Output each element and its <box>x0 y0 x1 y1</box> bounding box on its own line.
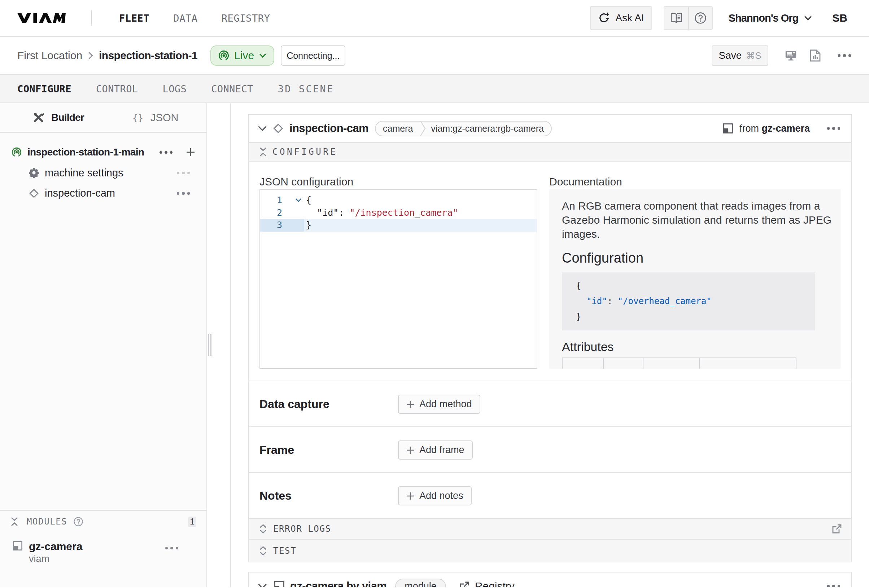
user-avatar[interactable]: SB <box>832 12 847 24</box>
data-capture-section: Data capture Add method <box>249 381 851 427</box>
machine-overflow-menu[interactable] <box>838 54 851 57</box>
component-card-inspection-cam: inspection-cam camera viam:gz-camera:rgb… <box>248 114 852 562</box>
live-status-icon <box>218 50 229 61</box>
json-editor[interactable]: 1 { 2 "id": "/inspection_camera" <box>260 190 537 369</box>
test-row[interactable]: TEST <box>249 539 851 562</box>
module-card-menu[interactable] <box>827 585 840 587</box>
external-link-icon <box>460 582 469 587</box>
breadcrumb-location[interactable]: First Location <box>17 49 82 62</box>
collapse-chevron-icon[interactable] <box>258 126 267 131</box>
modules-title: MODULES <box>27 517 67 527</box>
viam-logo[interactable] <box>17 13 66 23</box>
org-chevron-down-icon <box>804 15 812 21</box>
tab-3d-scene[interactable]: 3D SCENE <box>278 83 334 95</box>
panel-resize-handle[interactable] <box>208 334 212 356</box>
fold-chevron-icon[interactable] <box>295 198 302 202</box>
nav-right: Ask AI Shannon's Org <box>590 6 869 30</box>
modules-help-icon[interactable] <box>74 517 83 526</box>
plus-icon <box>406 492 414 500</box>
gear-icon <box>29 168 39 178</box>
add-frame-button[interactable]: Add frame <box>398 440 473 459</box>
module-texts: gz-camera viam <box>29 541 82 564</box>
docs-button[interactable] <box>664 7 688 29</box>
inspection-cam-menu[interactable] <box>177 192 190 194</box>
nav-item-data[interactable]: DATA <box>173 13 197 24</box>
module-card-title: gz-camera by viam <box>290 580 387 587</box>
add-method-button[interactable]: Add method <box>398 395 480 414</box>
logs-file-button[interactable] <box>810 49 821 62</box>
component-menu[interactable] <box>827 127 840 129</box>
doc-attributes-table <box>562 357 796 369</box>
tab-control[interactable]: CONTROL <box>96 83 138 95</box>
doc-description: An RGB camera component that reads image… <box>562 199 833 241</box>
tab-configure[interactable]: CONFIGURE <box>17 83 71 95</box>
control-monitor-button[interactable] <box>785 50 797 61</box>
expand-icon <box>260 546 267 555</box>
external-link-icon[interactable] <box>832 524 842 533</box>
tab-logs[interactable]: LOGS <box>163 83 187 95</box>
nav-item-registry[interactable]: REGISTRY <box>222 13 270 24</box>
chip-divider-icon <box>420 121 426 136</box>
component-diamond-icon <box>29 188 39 198</box>
documentation-label: Documentation <box>549 176 841 188</box>
chip-type: camera <box>376 123 420 134</box>
error-logs-row[interactable]: ERROR LOGS <box>249 518 851 539</box>
help-button[interactable] <box>688 7 712 29</box>
machine-tree: inspection-station-1-main machine settin… <box>0 133 206 203</box>
add-component-button[interactable] <box>186 148 195 157</box>
module-icon <box>723 123 733 133</box>
documentation-panel[interactable]: An RGB camera component that reads image… <box>549 190 841 369</box>
expand-icon <box>260 524 267 533</box>
mode-builder-label: Builder <box>51 112 84 123</box>
line-number: 3 <box>260 219 282 232</box>
machine-part-icon <box>12 147 22 158</box>
from-module-text: from gz-camera <box>740 123 810 134</box>
mode-tab-builder[interactable]: Builder <box>0 103 107 132</box>
modules-header: MODULES 1 <box>0 512 206 531</box>
configure-section-body: JSON configuration 1 { 2 <box>249 161 851 381</box>
tree-item-label: inspection-cam <box>45 187 115 199</box>
sidebar-mode-tabs: Builder {} JSON <box>0 103 206 133</box>
registry-link[interactable]: Registry <box>460 580 515 587</box>
nav-item-fleet[interactable]: FLEET <box>119 13 150 24</box>
builder-tools-icon <box>33 112 44 123</box>
org-name: Shannon's Org <box>729 12 799 24</box>
tree-item-label: machine settings <box>45 167 123 179</box>
collapse-icon[interactable] <box>11 517 18 526</box>
module-row-gz-camera[interactable]: gz-camera viam <box>0 541 206 564</box>
tree-row-machine-settings[interactable]: machine settings <box>0 163 206 183</box>
module-menu[interactable] <box>165 547 178 564</box>
module-icon <box>13 541 22 551</box>
data-capture-label: Data capture <box>260 397 398 411</box>
module-chip: module <box>395 579 446 588</box>
org-switcher[interactable]: Shannon's Org <box>729 12 812 24</box>
connecting-button[interactable]: Connecting... <box>281 46 346 66</box>
breadcrumb-chevron-icon <box>88 52 93 59</box>
collapse-icon <box>260 147 267 157</box>
top-nav: FLEET DATA REGISTRY Ask AI <box>0 0 869 37</box>
ask-ai-button[interactable]: Ask AI <box>590 6 652 30</box>
tree-row-main-part[interactable]: inspection-station-1-main <box>0 142 206 163</box>
machine-settings-menu[interactable] <box>177 172 190 174</box>
tree-row-inspection-cam[interactable]: inspection-cam <box>0 183 206 204</box>
modules-count-badge: 1 <box>188 517 196 527</box>
add-notes-button[interactable]: Add notes <box>398 486 472 505</box>
machine-bar: First Location inspection-station-1 Live… <box>0 37 869 75</box>
save-button[interactable]: Save ⌘S <box>712 46 769 66</box>
notes-section: Notes Add notes <box>249 472 851 518</box>
plus-icon <box>186 148 195 157</box>
mode-tab-json[interactable]: {} JSON <box>107 103 206 132</box>
machine-page-tabs: CONFIGURE CONTROL LOGS CONNECT 3D SCENE <box>0 75 869 103</box>
tab-connect[interactable]: CONNECT <box>211 83 254 95</box>
panel-gutter <box>207 103 230 587</box>
machine-status-dropdown[interactable]: Live <box>211 46 274 66</box>
configure-section-bar[interactable]: CONFIGURE <box>249 142 851 161</box>
module-icon <box>274 581 285 587</box>
machine-actions: Save ⌘S <box>712 46 869 66</box>
part-menu[interactable] <box>160 151 172 154</box>
collapse-chevron-icon[interactable] <box>258 583 267 587</box>
ask-ai-icon <box>598 12 610 24</box>
editor-code: { <box>304 194 311 207</box>
module-card-gz-camera: gz-camera by viam module Registry <box>248 572 852 587</box>
viam-logo-icon <box>17 13 66 23</box>
